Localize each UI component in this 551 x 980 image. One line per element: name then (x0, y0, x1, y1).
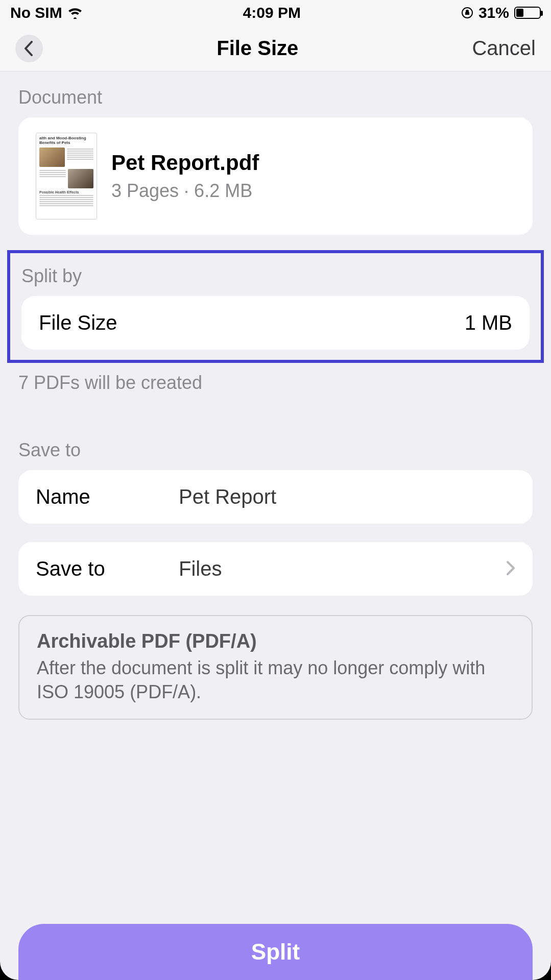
section-label-document: Document (0, 71, 551, 117)
pdfa-info-title: Archivable PDF (PDF/A) (37, 630, 514, 652)
split-result-hint: 7 PDFs will be created (0, 363, 551, 394)
split-method-label: File Size (39, 311, 117, 334)
wifi-icon (67, 7, 83, 19)
document-subtitle: 3 Pages · 6.2 MB (111, 180, 259, 202)
thumb-subheading: Possible Health Effects (39, 190, 93, 194)
split-by-highlight: Split by File Size 1 MB (7, 250, 544, 363)
carrier-label: No SIM (10, 4, 62, 21)
name-input[interactable] (179, 485, 515, 508)
split-method-row[interactable]: File Size 1 MB (21, 296, 530, 350)
save-destination-row[interactable]: Save to Files (18, 542, 533, 596)
save-to-value: Files (179, 557, 486, 580)
battery-percent: 31% (478, 4, 509, 21)
screen-corner (533, 962, 551, 980)
nav-header: File Size Cancel (0, 26, 551, 71)
page-title: File Size (217, 37, 298, 60)
section-label-save-to: Save to (0, 424, 551, 470)
section-label-split-by: Split by (10, 262, 541, 296)
status-bar: No SIM 4:09 PM 31% (0, 0, 551, 26)
name-label: Name (36, 485, 158, 508)
cancel-button[interactable]: Cancel (472, 37, 536, 60)
document-filename: Pet Report.pdf (111, 151, 259, 175)
split-method-value: 1 MB (465, 311, 512, 334)
pdfa-info-body: After the document is split it may no lo… (37, 656, 514, 704)
pdfa-info-card: Archivable PDF (PDF/A) After the documen… (18, 615, 533, 720)
document-thumbnail: alth and Mood-Boosting Benefits of Pets … (36, 133, 97, 219)
thumb-heading: alth and Mood-Boosting Benefits of Pets (39, 136, 93, 145)
document-card[interactable]: alth and Mood-Boosting Benefits of Pets … (18, 117, 533, 235)
save-to-label: Save to (36, 557, 158, 580)
name-row[interactable]: Name (18, 470, 533, 524)
battery-icon (514, 7, 541, 19)
screen-corner (0, 962, 18, 980)
back-button[interactable] (15, 35, 43, 62)
chevron-right-icon (506, 557, 515, 580)
split-button[interactable]: Split (18, 924, 533, 980)
chevron-left-icon (23, 41, 35, 56)
rotation-lock-icon (461, 7, 473, 19)
clock: 4:09 PM (243, 4, 301, 21)
